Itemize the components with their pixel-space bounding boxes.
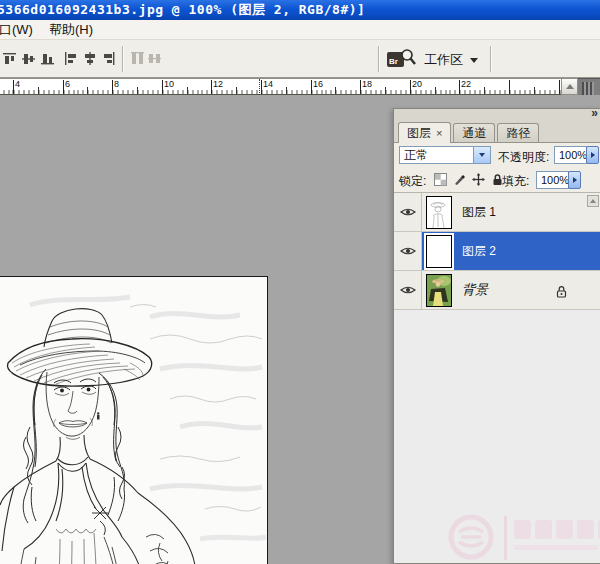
arrow-right-icon [573,177,577,183]
tab-channels-label: 通道 [462,126,486,140]
layer-name[interactable]: 图层 2 [462,243,496,260]
ruler-cursor-marker [259,79,260,95]
tab-layers-label: 图层 [407,126,431,140]
blend-options-row: 正常 不透明度: 100% [394,143,600,167]
window-title: 5366d016092431b3.jpg @ 100% (图层 2, RGB/8… [0,1,365,19]
layer-name[interactable]: 图层 1 [462,204,496,221]
window-title-bar[interactable]: 5366d016092431b3.jpg @ 100% (图层 2, RGB/8… [0,0,600,20]
layer-row-layer2-selected[interactable]: 图层 2 [394,232,600,271]
align-left-icon[interactable] [63,51,79,67]
visibility-toggle[interactable] [394,232,422,270]
panel-top-strip[interactable]: » [394,109,600,121]
distribute-top-icon[interactable] [130,51,146,67]
layer-lock-icon [556,284,567,302]
eye-icon [400,285,416,295]
menu-item-help[interactable]: 帮助(H) [41,21,101,39]
chevron-down-icon [470,58,478,63]
tab-paths-label: 路径 [506,126,530,140]
lock-options-row: 锁定: 填充: 100% [394,167,600,193]
go-to-bridge-button[interactable]: Br [386,47,416,71]
menu-bar: 口(W) 帮助(H) [0,20,600,40]
align-bottom-icon[interactable] [40,51,56,67]
horizontal-ruler[interactable]: 4 6 8 10 12 14 16 18 20 22 [0,78,561,95]
sketch-image [0,277,267,564]
arrow-up-icon [566,84,574,89]
layer-name[interactable]: 背景 [462,281,488,299]
tab-layers[interactable]: 图层× [398,122,451,143]
layer-thumbnail[interactable] [426,235,452,268]
fill-label: 填充: [502,173,529,190]
layers-list: 图层 1 图层 2 [394,193,600,563]
ruler-label: 22 [461,79,471,89]
visibility-toggle[interactable] [394,193,422,231]
workspace-label: 工作区 [424,51,463,69]
align-top-icon[interactable] [2,51,18,67]
arrow-up-icon [590,199,596,203]
visibility-toggle[interactable] [394,271,422,309]
ruler-label: 18 [362,79,372,89]
dropdown-button[interactable] [473,147,490,163]
bridge-icon: Br [389,57,398,66]
list-scrollbar-up-button[interactable] [587,195,599,207]
ruler-label: 20 [412,79,422,89]
layer-thumbnail[interactable] [426,274,452,307]
layer-row-layer1[interactable]: 图层 1 [394,193,600,232]
arrow-right-icon [591,152,595,158]
options-separator [122,46,123,72]
tab-channels[interactable]: 通道 [453,123,495,142]
ruler-label: 6 [65,79,70,89]
layer-thumbnail[interactable] [426,196,452,229]
blend-mode-dropdown[interactable]: 正常 [399,146,491,164]
lock-transparency-icon[interactable] [434,172,447,190]
lock-label: 锁定: [399,173,426,190]
align-vertical-center-icon[interactable] [21,51,37,67]
align-horizontal-center-icon[interactable] [82,51,98,67]
ruler-label: 8 [114,79,119,89]
document-canvas[interactable] [0,276,268,564]
options-separator [490,46,491,72]
panel-tab-bar: 图层× 通道 路径 [394,121,600,143]
tab-paths[interactable]: 路径 [497,123,539,142]
align-right-icon[interactable] [101,51,117,67]
options-separator [378,46,379,72]
ruler-label: 12 [213,79,223,89]
fill-field[interactable]: 100% [536,171,569,189]
layer-row-background[interactable]: 背景 [394,271,600,310]
eye-icon [400,246,416,256]
eye-icon [400,207,416,217]
ruler-label: 10 [164,79,174,89]
workspace-dropdown[interactable]: 工作区 [424,51,478,69]
opacity-label: 不透明度: [498,149,549,166]
tab-close-icon[interactable]: × [436,127,442,139]
lock-position-move-icon[interactable] [472,172,485,190]
lock-pixels-brush-icon[interactable] [453,172,466,190]
opacity-slider-button[interactable] [586,146,599,164]
collapse-panel-icon[interactable]: » [591,106,597,120]
layers-panel: » 图层× 通道 路径 正常 不透明度: 100% 锁定: [393,108,600,564]
options-bar: Br 工作区 [0,40,600,78]
ruler-label: 4 [15,79,20,89]
fill-slider-button[interactable] [568,171,581,189]
ruler-label: 14 [263,79,273,89]
opacity-field[interactable]: 100% [554,146,587,164]
scrollbar-up-button[interactable] [561,78,578,95]
distribute-center-icon[interactable] [147,51,163,67]
menu-item-window[interactable]: 口(W) [0,21,41,39]
blend-mode-value: 正常 [400,147,473,164]
chevron-down-icon [479,153,485,157]
ruler-label: 16 [313,79,323,89]
